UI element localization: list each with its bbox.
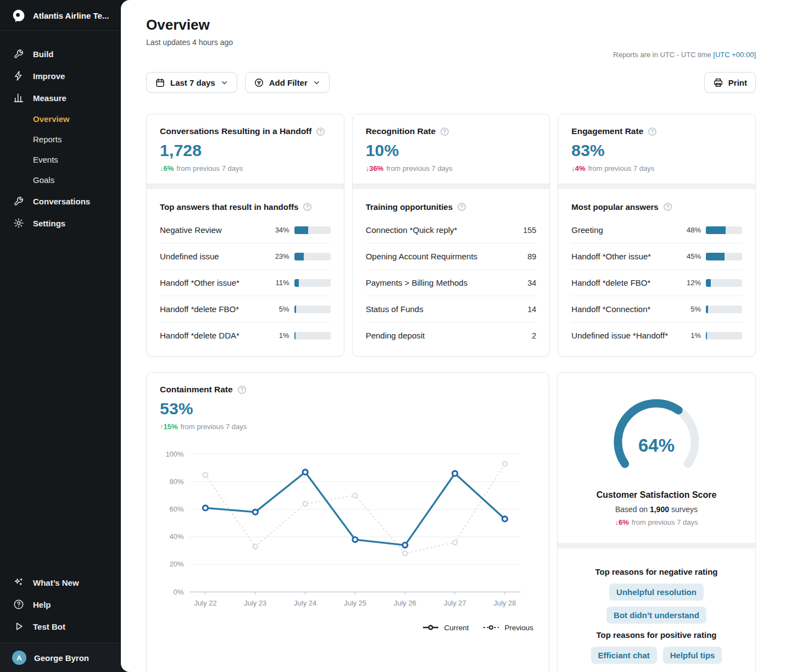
sidebar-item-measure[interactable]: Measure bbox=[0, 87, 121, 109]
workspace-switcher[interactable]: Atlantis Airline Te... bbox=[0, 0, 121, 31]
svg-text:80%: 80% bbox=[170, 477, 184, 486]
delta-note: from previous 7 days bbox=[386, 164, 453, 173]
card-title: Recognition Rate bbox=[366, 126, 436, 136]
bar-chart-icon bbox=[13, 92, 24, 103]
timezone-link[interactable]: [UTC +00:00] bbox=[713, 51, 756, 59]
reason-chip-efficiant-chat: Efficiant chat bbox=[591, 647, 657, 664]
svg-text:July 24: July 24 bbox=[294, 599, 316, 607]
sidebar-item-test-bot[interactable]: Test Bot bbox=[0, 615, 121, 637]
filter-icon bbox=[254, 77, 264, 88]
print-button[interactable]: Print bbox=[704, 72, 756, 93]
row-percent: 1% bbox=[684, 331, 701, 340]
help-icon[interactable] bbox=[303, 202, 312, 212]
sidebar-item-what-s-new[interactable]: What’s New bbox=[0, 571, 121, 593]
row-bar bbox=[706, 253, 742, 260]
metric-cards-row: Conversations Resulting in a Handoff1,72… bbox=[146, 114, 756, 357]
wrench-icon bbox=[13, 196, 24, 207]
list-row: Undefined issue23% bbox=[160, 243, 331, 270]
sidebar-item-help[interactable]: Help bbox=[0, 593, 121, 615]
svg-text:July 23: July 23 bbox=[244, 599, 266, 607]
sidebar-item-label: Test Bot bbox=[33, 622, 65, 631]
delta-badge: ↓36% bbox=[366, 164, 384, 173]
sidebar-item-label: Overview bbox=[33, 114, 70, 124]
recognition-rate-card: Recognition Rate10%↓36%from previous 7 d… bbox=[352, 114, 550, 357]
conversations-resulting-in-a-handoff-card: Conversations Resulting in a Handoff1,72… bbox=[146, 114, 344, 357]
svg-text:60%: 60% bbox=[170, 505, 184, 513]
row-count: 2 bbox=[532, 331, 536, 340]
positive-chips-row: Efficiant chatHelpful tips bbox=[569, 647, 744, 664]
row-bar bbox=[294, 279, 331, 287]
row-bar bbox=[294, 306, 331, 313]
row-count: 34 bbox=[527, 279, 536, 287]
row-label: Greeting bbox=[571, 225, 603, 235]
row-count: 155 bbox=[523, 226, 536, 235]
svg-text:July 26: July 26 bbox=[394, 599, 416, 607]
section-divider bbox=[558, 184, 755, 189]
sidebar-item-label: Reports bbox=[33, 135, 62, 144]
row-label: Handoff *delete FBO* bbox=[160, 304, 239, 314]
list-row: Handoff *Other issue*11% bbox=[160, 270, 331, 296]
help-icon[interactable] bbox=[316, 127, 325, 136]
sidebar-item-settings[interactable]: Settings bbox=[0, 212, 121, 234]
svg-text:July 22: July 22 bbox=[194, 599, 216, 607]
row-bar bbox=[294, 332, 331, 340]
reason-chip-unhelpful-resolution: Unhelpful resolution bbox=[609, 584, 704, 601]
help-circle-icon bbox=[13, 599, 24, 610]
user-menu[interactable]: A George Byron bbox=[0, 643, 121, 672]
bottom-row: Containment Rate 53% ↑15% from previous … bbox=[146, 372, 756, 672]
containment-delta: ↑15% bbox=[160, 423, 178, 431]
sidebar-item-goals[interactable]: Goals bbox=[0, 170, 121, 190]
sidebar-item-overview[interactable]: Overview bbox=[0, 109, 121, 129]
help-icon[interactable] bbox=[237, 385, 247, 395]
card-title: Engagement Rate bbox=[571, 126, 643, 136]
section-divider bbox=[147, 184, 344, 189]
delta-note: from previous 7 days bbox=[176, 164, 243, 173]
help-icon[interactable] bbox=[648, 127, 657, 136]
reason-chip-bot-didn-t-understand: Bot didn’t understand bbox=[606, 607, 706, 624]
row-bar bbox=[294, 253, 331, 260]
row-percent: 23% bbox=[273, 252, 289, 260]
row-label: Payments > Billing Methods bbox=[366, 278, 468, 287]
sidebar-item-label: Measure bbox=[33, 93, 66, 103]
svg-text:100%: 100% bbox=[165, 450, 184, 458]
help-icon[interactable] bbox=[663, 202, 672, 212]
app-window: Atlantis Airline Te... BuildImproveMeasu… bbox=[0, 0, 791, 672]
row-bar bbox=[706, 226, 742, 234]
chart-legend: Current Previous bbox=[147, 618, 549, 643]
sidebar-item-build[interactable]: Build bbox=[0, 43, 121, 65]
csat-value: 64% bbox=[604, 435, 709, 456]
row-percent: 5% bbox=[684, 305, 701, 313]
sidebar-item-conversations[interactable]: Conversations bbox=[0, 190, 121, 212]
sidebar-spacer bbox=[0, 234, 121, 571]
list-title: Most popular answers bbox=[571, 202, 658, 212]
help-icon[interactable] bbox=[440, 127, 449, 136]
row-label: Connection *Quick reply* bbox=[366, 225, 458, 235]
sidebar-item-reports[interactable]: Reports bbox=[0, 129, 121, 149]
row-percent: 1% bbox=[273, 331, 289, 340]
date-range-button[interactable]: Last 7 days bbox=[146, 72, 237, 93]
sidebar-footer-nav: What’s NewHelpTest Bot bbox=[0, 571, 121, 643]
workspace-name: Atlantis Airline Te... bbox=[33, 11, 109, 20]
list-row: Connection *Quick reply*155 bbox=[366, 217, 537, 243]
section-divider bbox=[353, 184, 550, 189]
card-title: Conversations Resulting in a Handoff bbox=[160, 126, 311, 136]
metric-value: 1,728 bbox=[160, 141, 331, 160]
help-icon[interactable] bbox=[457, 202, 466, 212]
row-percent: 48% bbox=[684, 226, 701, 234]
row-label: Handoff *Other issue* bbox=[571, 252, 651, 261]
sidebar-item-events[interactable]: Events bbox=[0, 149, 121, 170]
sidebar-item-improve[interactable]: Improve bbox=[0, 65, 121, 87]
row-label: Handoff *Other issue* bbox=[160, 278, 239, 287]
timezone-note: Reports are in UTC - UTC time [UTC +00:0… bbox=[613, 51, 756, 59]
add-filter-button[interactable]: Add Filter bbox=[245, 72, 330, 93]
sidebar-item-label: Build bbox=[33, 49, 54, 59]
list-row: Handoff *delete FBO*5% bbox=[160, 296, 331, 323]
page-header: Overview Last updates 4 hours ago Report… bbox=[146, 16, 756, 47]
csat-gauge: 64% bbox=[604, 396, 709, 478]
svg-text:July 27: July 27 bbox=[444, 599, 466, 607]
user-name: George Byron bbox=[34, 653, 89, 663]
containment-value: 53% bbox=[160, 399, 536, 418]
print-label: Print bbox=[728, 78, 747, 87]
row-label: Negative Review bbox=[160, 225, 222, 235]
sidebar-item-label: Events bbox=[33, 155, 58, 164]
